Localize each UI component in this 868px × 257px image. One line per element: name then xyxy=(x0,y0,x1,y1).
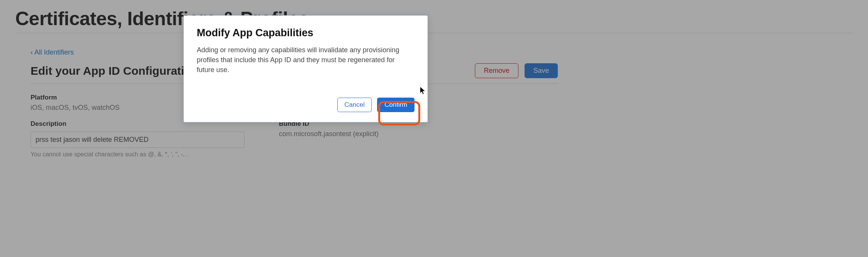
modal-actions: Cancel Confirm xyxy=(197,98,415,112)
cursor-icon xyxy=(420,87,426,96)
modify-capabilities-modal: Modify App Capabilities Adding or removi… xyxy=(183,15,428,122)
cancel-button[interactable]: Cancel xyxy=(337,98,372,112)
modal-title: Modify App Capabilities xyxy=(197,27,415,39)
confirm-button[interactable]: Confirm xyxy=(377,98,415,112)
modal-body: Adding or removing any capabilities will… xyxy=(197,45,403,75)
modal-backdrop xyxy=(0,0,868,257)
